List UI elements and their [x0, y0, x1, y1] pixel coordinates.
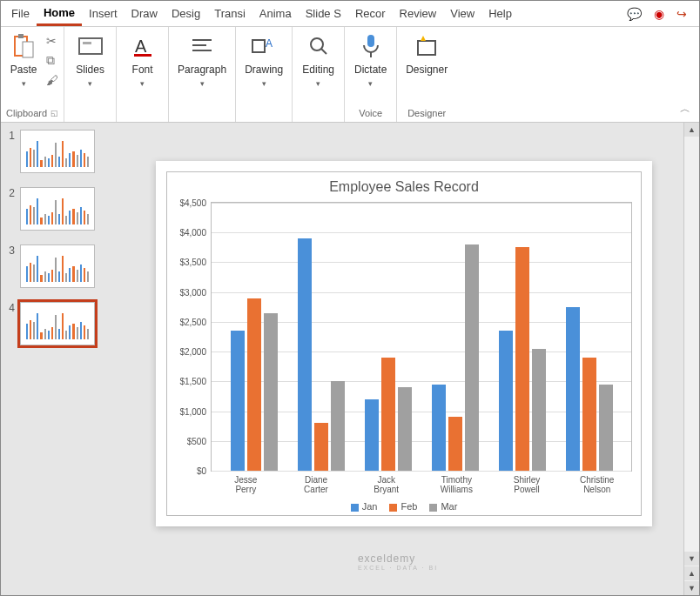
paragraph-icon [188, 32, 216, 60]
legend-item: Mar [429, 501, 457, 512]
svg-text:A: A [266, 37, 273, 50]
group-editing: Editing ▾ [293, 27, 345, 122]
chart[interactable]: Employee Sales Record $0$500$1,000$1,500… [166, 171, 642, 516]
bar [331, 381, 345, 471]
bar-group [488, 203, 555, 471]
tab-view[interactable]: View [443, 3, 481, 24]
search-icon [305, 32, 333, 60]
thumbnail-2[interactable] [20, 187, 95, 231]
dictate-button[interactable]: Dictate ▾ [351, 30, 390, 90]
group-font: A Font ▾ [117, 27, 169, 122]
thumbnail-number: 2 [4, 187, 15, 199]
bar [566, 307, 580, 471]
group-label-clipboard: Clipboard [6, 108, 47, 118]
tab-animations[interactable]: Anima [252, 3, 299, 24]
slides-icon [77, 32, 104, 60]
scroll-up-icon[interactable]: ▲ [684, 123, 699, 137]
designer-icon [413, 32, 441, 60]
chevron-down-icon: ▾ [22, 79, 26, 88]
paste-label: Paste [10, 64, 37, 76]
microphone-icon [357, 32, 385, 60]
thumbnail-4[interactable] [20, 302, 95, 345]
group-paragraph: Paragraph ▾ [169, 27, 236, 122]
cut-icon[interactable]: ✂ [46, 34, 58, 48]
svg-rect-4 [83, 42, 91, 44]
svg-rect-1 [18, 34, 24, 38]
font-button[interactable]: A Font ▾ [125, 30, 160, 90]
bar [381, 358, 395, 471]
svg-rect-3 [79, 38, 102, 54]
chart-title: Employee Sales Record [167, 172, 641, 198]
slide[interactable]: Employee Sales Record $0$500$1,000$1,500… [156, 161, 652, 526]
group-slides: Slides ▾ [64, 27, 117, 122]
clipboard-icon [10, 32, 37, 60]
paste-button[interactable]: Paste ▾ [6, 30, 41, 90]
thumbnail-row: 1 [4, 130, 109, 173]
tab-transitions[interactable]: Transi [207, 3, 252, 24]
y-tick: $4,000 [172, 228, 206, 238]
bar [365, 399, 379, 471]
legend-item: Jan [351, 501, 378, 512]
y-tick: $1,500 [172, 377, 206, 386]
tab-insert[interactable]: Insert [82, 3, 125, 24]
editing-button[interactable]: Editing ▾ [299, 30, 338, 90]
prev-slide-icon[interactable]: ▲ [684, 566, 699, 580]
tab-draw[interactable]: Draw [125, 3, 165, 24]
svg-rect-6 [134, 54, 151, 57]
menu-tabs: File Home Insert Draw Desig Transi Anima… [1, 1, 699, 27]
y-tick: $1,000 [172, 406, 206, 416]
bar [582, 358, 596, 471]
tab-record[interactable]: Recor [348, 3, 393, 24]
tab-file[interactable]: File [4, 3, 37, 24]
scroll-down-icon[interactable]: ▼ [684, 552, 699, 566]
chart-legend: JanFebMar [167, 496, 641, 515]
bar [532, 349, 546, 471]
record-icon[interactable]: ◉ [654, 7, 664, 21]
thumbnail-number: 1 [4, 130, 15, 142]
bar-group [220, 203, 287, 471]
tab-review[interactable]: Review [393, 3, 444, 24]
bar [314, 423, 328, 471]
slide-canvas[interactable]: Employee Sales Record $0$500$1,000$1,500… [112, 123, 683, 595]
vertical-scrollbar[interactable]: ▲ ▼ ▲ ▼ [683, 123, 699, 595]
collapse-ribbon-icon[interactable]: ︿ [671, 97, 699, 122]
designer-button[interactable]: Designer [402, 30, 451, 77]
group-designer: Designer Designer [397, 27, 456, 122]
bar [247, 298, 261, 471]
svg-text:A: A [135, 37, 147, 56]
slides-button[interactable]: Slides ▾ [72, 30, 108, 90]
tab-design[interactable]: Desig [165, 3, 207, 24]
thumbnail-row: 2 [4, 187, 109, 231]
copy-icon[interactable]: ⧉ [46, 53, 58, 68]
group-drawing: A Drawing ▾ [236, 27, 293, 122]
thumbnail-number: 4 [4, 302, 15, 314]
thumbnail-3[interactable] [20, 244, 95, 288]
bar-group [421, 203, 488, 471]
thumbnail-1[interactable] [20, 130, 95, 173]
y-tick: $3,500 [172, 258, 206, 267]
x-label: JessePerry [211, 473, 281, 496]
dialog-launcher-icon[interactable]: ◱ [50, 109, 58, 117]
x-label: JackBryant [351, 473, 421, 496]
tab-slideshow[interactable]: Slide S [299, 3, 348, 24]
paragraph-button[interactable]: Paragraph ▾ [174, 30, 230, 90]
format-painter-icon[interactable]: 🖌 [46, 73, 58, 87]
thumbnail-row: 3 [4, 244, 109, 288]
group-voice: Dictate ▾ Voice [345, 27, 397, 122]
share-icon[interactable]: ↪ [676, 7, 687, 21]
tab-help[interactable]: Help [481, 3, 519, 24]
bar-group [287, 203, 354, 471]
y-tick: $4,500 [172, 198, 206, 208]
comment-icon[interactable]: 💬 [627, 7, 642, 21]
font-icon: A [129, 32, 157, 60]
bar [465, 244, 479, 471]
svg-line-13 [321, 49, 326, 54]
workspace: 1234 Employee Sales Record $0$500$1,000$… [1, 123, 699, 595]
x-label: ChristineNelson [562, 473, 632, 496]
next-slide-icon[interactable]: ▼ [684, 581, 699, 595]
tab-home[interactable]: Home [37, 2, 82, 26]
bar [231, 331, 245, 471]
drawing-button[interactable]: A Drawing ▾ [241, 30, 286, 90]
x-label: TimothyWilliams [421, 473, 492, 496]
x-label: ShirleyPowell [492, 473, 562, 496]
